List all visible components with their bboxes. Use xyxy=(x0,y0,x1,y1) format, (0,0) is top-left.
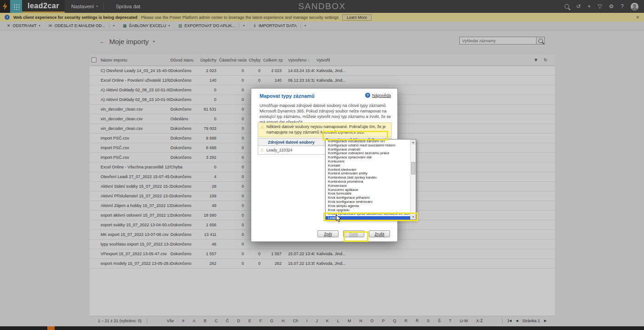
mouse-cursor xyxy=(336,214,342,224)
cancel-button[interactable]: Zrušit xyxy=(369,230,390,237)
dropdown-item[interactable]: Konzumní aplikace xyxy=(326,188,410,192)
scrollbar-thumb[interactable] xyxy=(411,162,415,174)
dropdown-item[interactable]: Krok konfigurace směrování xyxy=(326,200,410,204)
dropdown-scrollbar[interactable]: ▲ ▼ xyxy=(410,140,416,219)
warning-triangle-icon: ⚠ xyxy=(260,124,264,135)
dialog-description: Umožňuje mapovat zdrojové datové soubory… xyxy=(260,103,392,125)
dropdown-item[interactable]: Konfigurace vztahů mezi součástmi řešení xyxy=(326,144,410,148)
dropdown-item[interactable]: Konfigurace zobrazení seznamu práce xyxy=(326,151,410,156)
dropdown-item[interactable]: Konfigurace zpracování dat xyxy=(326,156,410,160)
dropdown-item[interactable]: Konverzace xyxy=(326,184,410,188)
dropdown-item[interactable]: Kontext sledování xyxy=(326,168,410,172)
warning-triangle-icon: ⚠ xyxy=(260,148,264,152)
dropdown-item[interactable]: Krok skriptu agenta xyxy=(326,204,410,208)
help-icon: ? xyxy=(365,93,370,98)
dropdown-item[interactable]: Krok konfigurace přiřazení xyxy=(326,196,410,200)
dropdown-item[interactable]: Kontextová proměnná xyxy=(326,180,410,184)
dropdown-item[interactable]: Krok formuláře xyxy=(326,192,410,196)
dropdown-item[interactable]: Krok upgradu xyxy=(326,208,410,213)
highlight-box-next-button xyxy=(344,231,368,242)
dropdown-item[interactable]: Kontextová část zprávy kanálu xyxy=(326,176,410,180)
dropdown-item[interactable]: Konfigurace znalostí xyxy=(326,148,410,152)
back-button[interactable]: Zpět xyxy=(317,230,339,237)
dropdown-item[interactable]: Kontext směrování entity xyxy=(326,172,410,176)
dialog-title: Mapovat typy záznamů xyxy=(260,93,315,99)
record-type-dropdown-list: Konfigurace vizualizace zařízení IoTKonf… xyxy=(325,139,416,220)
application-window: lead2car Nastavení ▾ Správa dat SANDBOX … xyxy=(0,0,644,330)
dialog-help-link[interactable]: ? Nápověda xyxy=(365,93,391,98)
source-file-name: Leady_210324 xyxy=(266,148,292,152)
dropdown-item[interactable]: Konkurent xyxy=(326,160,410,164)
dropdown-item[interactable]: Kontakt xyxy=(326,164,410,168)
scroll-up-icon[interactable]: ▲ xyxy=(411,140,416,145)
highlight-box-select xyxy=(322,131,388,140)
dropdown-items: Konfigurace vizualizace zařízení IoTKonf… xyxy=(326,140,410,219)
mapping-col-source: Zdrojové datové soubory xyxy=(258,140,325,145)
